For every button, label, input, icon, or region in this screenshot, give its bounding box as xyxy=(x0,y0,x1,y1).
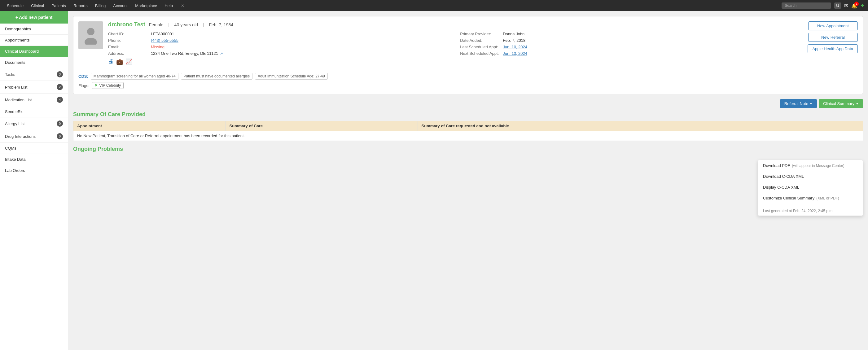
sidebar-label-problem-list: Problem List xyxy=(5,85,27,90)
dropdown-label-customize-clinical-summary: Customize Clinical Summary xyxy=(763,196,814,200)
nav-help[interactable]: Help xyxy=(161,2,176,9)
nav-reports[interactable]: Reports xyxy=(70,2,91,9)
dropdown-footer: Last generated at Feb. 24, 2022, 2:45 p.… xyxy=(758,206,863,216)
sidebar-item-send-erx[interactable]: Send eRx xyxy=(0,106,68,117)
chart-id-value: LETA000001 xyxy=(151,32,174,36)
referral-note-label: Referral Note xyxy=(784,101,808,106)
last-scheduled-appt-label: Last Scheduled Appt: xyxy=(460,44,500,49)
dropdown-item-download-pdf[interactable]: Download PDF (will appear in Message Cen… xyxy=(758,160,863,171)
nav-billing[interactable]: Billing xyxy=(92,2,109,9)
address-external-link-icon[interactable]: ↗ xyxy=(220,52,223,56)
primary-provider-label: Primary Provider: xyxy=(460,32,500,36)
cds-link[interactable]: CDS: xyxy=(79,74,88,79)
svg-point-0 xyxy=(87,28,94,35)
allergy-list-badge: 0 xyxy=(57,121,63,127)
dropdown-item-customize-clinical-summary[interactable]: Customize Clinical Summary (XML or PDF) xyxy=(758,193,863,203)
sidebar-label-cqms: CQMs xyxy=(5,146,17,151)
sidebar-label-allergy-list: Allergy List xyxy=(5,121,25,126)
nav-patients[interactable]: Patients xyxy=(48,2,69,9)
flag-icon: ⚑ xyxy=(94,83,98,88)
new-referral-button[interactable]: New Referral xyxy=(808,33,858,42)
phone-label: Phone: xyxy=(108,38,148,43)
cds-tag-1: Patient must have documented allergies xyxy=(181,73,252,79)
search-input[interactable] xyxy=(782,2,831,9)
sidebar-item-intake-data[interactable]: Intake Data xyxy=(0,154,68,165)
referral-note-button[interactable]: Referral Note ▼ xyxy=(780,99,817,108)
clinical-summary-button[interactable]: Clinical Summary ▼ xyxy=(819,99,863,108)
table-row: No New Patient, Transition of Care or Re… xyxy=(73,131,863,141)
vip-flag-label: VIP Celebrity xyxy=(99,83,121,88)
dropdown-subtext-download-pdf: (will appear in Message Center) xyxy=(792,163,844,168)
sidebar-item-clinical-dashboard[interactable]: Clinical Dashboard xyxy=(0,46,68,57)
main-content: drchrono Test Female | 40 years old | Fe… xyxy=(68,11,868,350)
nav-marketplace[interactable]: Marketplace xyxy=(132,2,160,9)
vip-flag-tag: ⚑ VIP Celebrity xyxy=(92,82,124,89)
sidebar-item-drug-interactions[interactable]: Drug Interactions 0 xyxy=(0,130,68,143)
mail-icon[interactable]: ✉ xyxy=(844,3,848,9)
problem-list-badge: 2 xyxy=(57,84,63,90)
dropdown-item-display-ccda-xml[interactable]: Display C-CDA XML xyxy=(758,182,863,193)
drug-interactions-badge: 0 xyxy=(57,133,63,139)
sidebar-item-demographics[interactable]: Demographics xyxy=(0,24,68,35)
dropdown-subtext-customize: (XML or PDF) xyxy=(816,196,839,200)
address-value: 1234 One Two Rd, Energy, DE 11121 xyxy=(151,51,218,56)
add-icon[interactable]: + xyxy=(861,2,864,9)
sidebar-item-appointments[interactable]: Appointments xyxy=(0,35,68,46)
cds-row: CDS: Mammogram screening for all women a… xyxy=(79,73,858,79)
clinical-summary-caret-icon: ▼ xyxy=(856,102,859,105)
notifications-icon[interactable]: 🔔1 xyxy=(851,3,858,9)
sidebar-label-drug-interactions: Drug Interactions xyxy=(5,134,36,139)
sidebar-label-send-erx: Send eRx xyxy=(5,109,23,114)
chart-id-label: Chart ID: xyxy=(108,32,148,36)
nav-close[interactable]: ✕ xyxy=(178,2,187,9)
sidebar-label-appointments: Appointments xyxy=(5,38,30,42)
next-scheduled-appt-value[interactable]: Jun. 13, 2024 xyxy=(503,51,527,56)
avatar xyxy=(79,21,103,49)
phone-value[interactable]: (443) 555-5555 xyxy=(151,38,179,43)
nav-clinical[interactable]: Clinical xyxy=(28,2,47,9)
print-icon[interactable]: 🖨 xyxy=(108,58,114,65)
flags-label: Flags: xyxy=(79,83,89,88)
referral-note-caret-icon: ▼ xyxy=(809,102,812,105)
user-icon[interactable]: U xyxy=(834,2,841,9)
summary-table: Appointment Summary of Care Summary of C… xyxy=(73,121,863,141)
sidebar-item-lab-orders[interactable]: Lab Orders xyxy=(0,165,68,176)
sidebar-item-allergy-list[interactable]: Allergy List 0 xyxy=(0,117,68,130)
patient-info: drchrono Test Female | 40 years old | Fe… xyxy=(108,21,803,65)
dropdown-label-display-ccda-xml: Display C-CDA XML xyxy=(763,185,799,190)
sidebar-label-clinical-dashboard: Clinical Dashboard xyxy=(5,49,39,54)
clinical-summary-dropdown: Download PDF (will appear in Message Cen… xyxy=(758,160,863,216)
sidebar-item-problem-list[interactable]: Problem List 2 xyxy=(0,81,68,94)
sidebar: + Add new patient Demographics Appointme… xyxy=(0,11,68,350)
email-value: Missing xyxy=(151,44,164,49)
sidebar-label-demographics: Demographics xyxy=(5,27,31,31)
nav-schedule[interactable]: Schedule xyxy=(4,2,27,9)
dropdown-label-download-ccda-xml: Download C-CDA XML xyxy=(763,174,804,179)
sidebar-item-tasks[interactable]: Tasks 3 xyxy=(0,68,68,81)
top-nav-right: U ✉ 🔔1 + xyxy=(782,2,864,9)
dropdown-item-download-ccda-xml[interactable]: Download C-CDA XML xyxy=(758,171,863,182)
cds-tag-0: Mammogram screening for all women aged 4… xyxy=(91,73,179,79)
patient-age: 40 years old xyxy=(175,22,198,27)
flags-row: Flags: ⚑ VIP Celebrity xyxy=(79,82,858,89)
next-scheduled-appt-label: Next Scheduled Appt: xyxy=(460,51,500,56)
table-empty-message: No New Patient, Transition of Care or Re… xyxy=(73,131,863,141)
add-patient-button[interactable]: + Add new patient xyxy=(0,11,68,24)
sidebar-label-medication-list: Medication List xyxy=(5,98,32,102)
new-appointment-button[interactable]: New Appointment xyxy=(808,21,858,30)
sidebar-label-lab-orders: Lab Orders xyxy=(5,168,25,173)
briefcase-icon[interactable]: 💼 xyxy=(116,58,123,65)
nav-account[interactable]: Account xyxy=(110,2,131,9)
patient-dob: Feb. 7, 1984 xyxy=(209,22,233,27)
email-label: Email: xyxy=(108,44,148,49)
sidebar-label-tasks: Tasks xyxy=(5,72,15,77)
last-scheduled-appt-value[interactable]: Jun. 10, 2024 xyxy=(503,44,527,49)
apple-health-app-data-button[interactable]: Apple Health App Data xyxy=(808,44,858,53)
summary-section-title: Summary Of Care Provided xyxy=(73,111,863,118)
chart-icon[interactable]: 📈 xyxy=(125,58,132,65)
tasks-badge: 3 xyxy=(57,71,63,77)
sidebar-item-documents[interactable]: Documents xyxy=(0,57,68,68)
sidebar-item-cqms[interactable]: CQMs xyxy=(0,143,68,154)
sidebar-item-medication-list[interactable]: Medication List 4 xyxy=(0,94,68,106)
ongoing-problems-section: Ongoing Problems xyxy=(73,146,863,152)
